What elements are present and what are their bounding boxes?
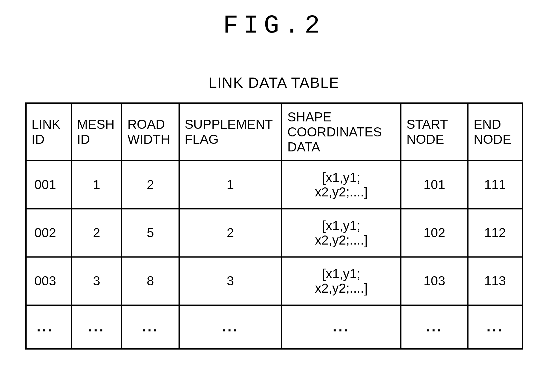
table-row: 002 2 5 2 [x1,y1;x2,y2;....] 102 112 [26,209,522,257]
cell-ellipsis: ... [122,305,179,349]
cell-road-width: 8 [122,257,179,305]
cell-end-node: 112 [468,209,522,257]
cell-mesh-id: 3 [71,257,122,305]
cell-start-node: 101 [401,161,468,209]
header-link-id: LINKID [26,103,71,161]
header-start-node: STARTNODE [401,103,468,161]
cell-mesh-id: 2 [71,209,122,257]
link-data-table: LINKID MESHID ROADWIDTH SUPPLEMENTFLAG S… [25,102,523,350]
cell-supplement-flag: 2 [179,209,282,257]
cell-end-node: 111 [468,161,522,209]
cell-ellipsis: ... [71,305,122,349]
header-shape-coords: SHAPECOORDINATESDATA [282,103,401,161]
header-end-node: ENDNODE [468,103,522,161]
cell-ellipsis: ... [468,305,522,349]
header-road-width: ROADWIDTH [122,103,179,161]
table-caption: LINK DATA TABLE [209,74,339,91]
cell-supplement-flag: 1 [179,161,282,209]
cell-road-width: 5 [122,209,179,257]
cell-ellipsis: ... [401,305,468,349]
header-mesh-id: MESHID [71,103,122,161]
cell-shape-coords: [x1,y1;x2,y2;....] [282,257,401,305]
cell-ellipsis: ... [26,305,71,349]
table-header-row: LINKID MESHID ROADWIDTH SUPPLEMENTFLAG S… [26,103,522,161]
cell-link-id: 001 [26,161,71,209]
cell-link-id: 003 [26,257,71,305]
cell-mesh-id: 1 [71,161,122,209]
cell-supplement-flag: 3 [179,257,282,305]
figure-title: FIG.2 [223,11,325,40]
cell-link-id: 002 [26,209,71,257]
cell-start-node: 103 [401,257,468,305]
header-supplement-flag: SUPPLEMENTFLAG [179,103,282,161]
table-row: 003 3 8 3 [x1,y1;x2,y2;....] 103 113 [26,257,522,305]
cell-road-width: 2 [122,161,179,209]
cell-shape-coords: [x1,y1;x2,y2;....] [282,209,401,257]
table-row: 001 1 2 1 [x1,y1;x2,y2;....] 101 111 [26,161,522,209]
cell-ellipsis: ... [179,305,282,349]
cell-start-node: 102 [401,209,468,257]
cell-shape-coords: [x1,y1;x2,y2;....] [282,161,401,209]
cell-end-node: 113 [468,257,522,305]
table-row-ellipsis: ... ... ... ... ... ... ... [26,305,522,349]
cell-ellipsis: ... [282,305,401,349]
